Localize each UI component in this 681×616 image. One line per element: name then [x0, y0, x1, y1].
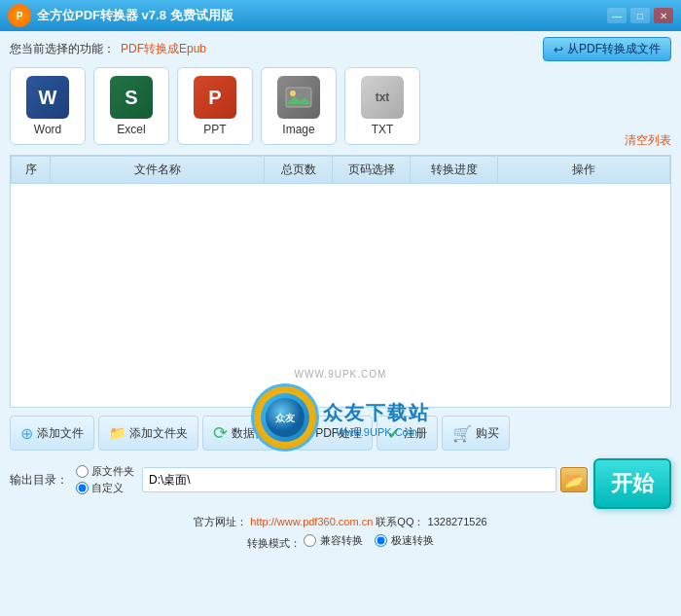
compatible-mode-option[interactable]: 兼容转换	[304, 533, 363, 548]
minimize-button[interactable]: —	[607, 8, 627, 23]
compatible-mode-radio[interactable]	[304, 534, 316, 547]
fast-mode-option[interactable]: 极速转换	[375, 533, 434, 548]
word-label: Word	[34, 123, 61, 136]
title-bar: P 全方位PDF转换器 v7.8 免费试用版 — □ ✕	[0, 0, 681, 31]
add-folder-icon: 📁	[109, 425, 125, 441]
data-recovery-button[interactable]: ⟳ 数据恢复	[202, 416, 289, 451]
ppt-icon: P	[194, 76, 236, 119]
mode-row: 转换模式： 兼容转换 极速转换	[10, 533, 671, 551]
output-options: 原文件夹 自定义	[76, 464, 134, 495]
pdf-icon: ≡	[304, 425, 311, 441]
excel-icon: S	[110, 76, 153, 119]
pdf-process-button[interactable]: ≡ PDF处理	[293, 416, 373, 451]
window-controls: — □ ✕	[607, 8, 673, 23]
file-table-wrapper: 序 文件名称 总页数 页码选择 转换进度 操作	[10, 155, 671, 408]
toolbar: ⊕ 添加文件 📁 添加文件夹 ⟳ 数据恢复 ≡ PDF处理 ✔ 注册 🛒 购买	[10, 416, 671, 451]
add-folder-button[interactable]: 📁 添加文件夹	[98, 416, 198, 451]
word-icon: W	[26, 76, 69, 119]
register-button[interactable]: ✔ 注册	[376, 416, 438, 451]
original-folder-radio[interactable]	[76, 465, 89, 478]
start-button[interactable]: 开始	[593, 458, 671, 509]
custom-folder-option[interactable]: 自定义	[76, 481, 134, 495]
fast-mode-radio[interactable]	[375, 534, 387, 547]
excel-label: Excel	[117, 123, 145, 136]
maximize-button[interactable]: □	[630, 8, 650, 23]
file-table: 序 文件名称 总页数 页码选择 转换进度 操作	[11, 156, 670, 408]
register-icon: ✔	[387, 424, 400, 443]
txt-format-button[interactable]: txt TXT	[344, 67, 420, 145]
buy-icon: 🛒	[452, 424, 472, 443]
buy-button[interactable]: 🛒 购买	[442, 416, 510, 451]
qq-label: 联系QQ：	[376, 516, 424, 527]
main-area: 您当前选择的功能： PDF转换成Epub ↩ 从PDF转换成文件 W Word …	[0, 31, 681, 557]
image-label: Image	[282, 123, 314, 136]
format-buttons-row: W Word S Excel P PPT Image	[10, 67, 420, 145]
mode-label: 转换模式：	[247, 537, 301, 549]
add-file-button[interactable]: ⊕ 添加文件	[10, 416, 94, 451]
app-title: 全方位PDF转换器 v7.8 免费试用版	[37, 7, 607, 24]
ppt-label: PPT	[203, 123, 226, 136]
original-folder-option[interactable]: 原文件夹	[76, 464, 134, 479]
qq-number: 1328271526	[428, 516, 487, 527]
clear-list-link[interactable]: 清空列表	[625, 132, 671, 151]
col-filename: 文件名称	[51, 157, 265, 184]
txt-icon: txt	[361, 76, 404, 119]
col-seq: 序	[12, 157, 51, 184]
table-row	[12, 184, 670, 408]
convert-from-pdf-button[interactable]: ↩ 从PDF转换成文件	[543, 37, 671, 61]
app-icon: P	[8, 4, 31, 27]
col-progress: 转换进度	[411, 157, 498, 184]
word-format-button[interactable]: W Word	[10, 67, 86, 145]
browse-folder-button[interactable]: 📂	[560, 467, 588, 492]
ppt-format-button[interactable]: P PPT	[177, 67, 253, 145]
add-file-icon: ⊕	[20, 424, 33, 443]
output-directory-row: 输出目录： 原文件夹 自定义 📂	[10, 464, 588, 495]
txt-label: TXT	[372, 123, 394, 136]
folder-browse-icon: 📂	[564, 471, 584, 489]
image-icon	[277, 76, 320, 119]
image-format-button[interactable]: Image	[261, 67, 337, 145]
custom-folder-radio[interactable]	[76, 482, 89, 494]
col-action: 操作	[498, 157, 670, 184]
function-value: PDF转换成Epub	[121, 41, 206, 57]
convert-arrow-icon: ↩	[554, 43, 563, 56]
col-pagesel: 页码选择	[333, 157, 411, 184]
col-pages: 总页数	[265, 157, 333, 184]
recovery-icon: ⟳	[213, 422, 228, 444]
close-button[interactable]: ✕	[654, 8, 673, 23]
content-area: 序 文件名称 总页数 页码选择 转换进度 操作 WWW.9UPK.COM	[10, 155, 671, 408]
output-label: 输出目录：	[10, 472, 68, 489]
svg-point-1	[290, 91, 296, 96]
excel-format-button[interactable]: S Excel	[93, 67, 169, 145]
website-url[interactable]: http://www.pdf360.com.cn	[250, 516, 373, 527]
function-label: 您当前选择的功能：	[10, 41, 115, 57]
output-path-input[interactable]	[142, 467, 556, 492]
footer: 官方网址： http://www.pdf360.com.cn 联系QQ： 132…	[10, 515, 671, 529]
function-row: 您当前选择的功能： PDF转换成Epub ↩ 从PDF转换成文件	[10, 37, 671, 61]
website-label: 官方网址：	[194, 516, 247, 527]
